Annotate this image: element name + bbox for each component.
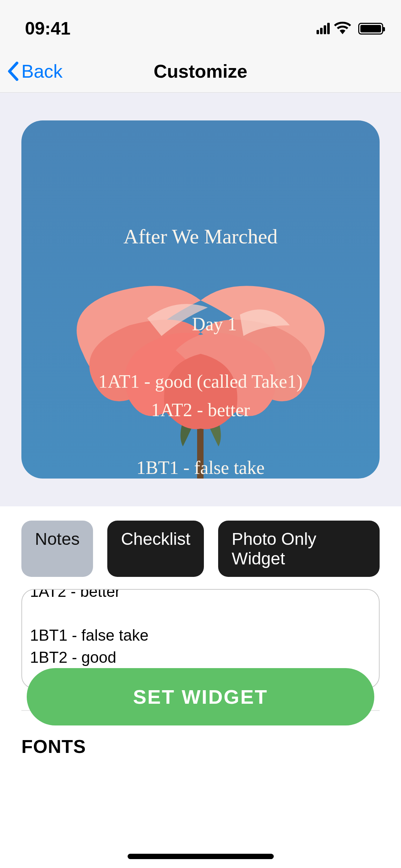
nav-bar: Back Customize [0, 50, 401, 93]
set-widget-button[interactable]: SET WIDGET [27, 668, 374, 725]
widget-body: Day 1 1AT1 - good (called Take1) 1AT2 - … [98, 314, 303, 479]
tab-photo-only-widget[interactable]: Photo Only Widget [218, 521, 380, 577]
home-indicator[interactable] [128, 854, 274, 859]
tab-notes[interactable]: Notes [21, 521, 93, 577]
status-bar: 09:41 [0, 0, 401, 50]
note-editor-content: 1AT2 - better 1BT1 - false take 1BT2 - g… [30, 589, 371, 668]
wifi-icon [334, 21, 351, 36]
tab-checklist[interactable]: Checklist [107, 521, 204, 577]
chevron-left-icon [7, 62, 19, 81]
back-button[interactable]: Back [7, 61, 63, 82]
type-tabs: Notes Checklist Photo Only Widget [21, 521, 380, 577]
status-icons [317, 21, 383, 36]
status-time: 09:41 [25, 18, 71, 39]
cellular-signal-icon [317, 23, 330, 34]
widget-title: After We Marched [57, 221, 344, 253]
back-label: Back [21, 61, 63, 82]
battery-icon [358, 23, 383, 35]
widget-preview-section: After We Marched Day 1 1AT1 - good (call… [0, 93, 401, 506]
widget-preview[interactable]: After We Marched Day 1 1AT1 - good (call… [21, 120, 380, 479]
widget-text: After We Marched Day 1 1AT1 - good (call… [21, 120, 380, 479]
fonts-header: FONTS [21, 736, 380, 757]
